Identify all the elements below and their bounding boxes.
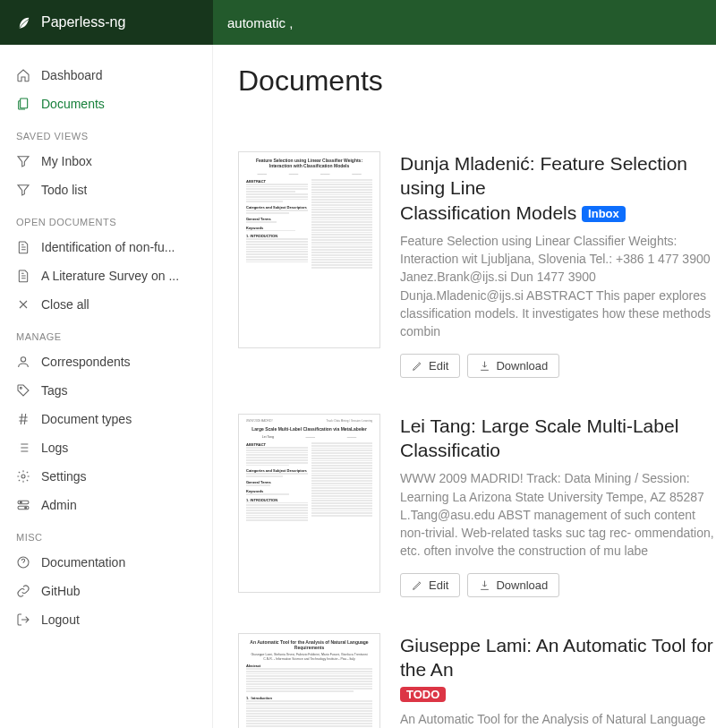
sidebar-item-label: Identification of non-fu... [41,240,175,254]
topbar: Paperless-ng [0,0,716,45]
document-snippet: Feature Selection using Linear Classifie… [400,232,716,341]
sidebar-item-label: Close all [41,297,90,312]
document-title[interactable]: Giuseppe Lami: An Automatic Tool for the… [400,633,716,682]
sidebar-item-tags[interactable]: Tags [0,376,212,405]
edit-button[interactable]: Edit [400,354,460,378]
file-text-icon [16,240,30,254]
sidebar-section-open-docs: OPEN DOCUMENTS [0,204,212,233]
sidebar-item-dashboard[interactable]: Dashboard [0,61,212,90]
document-row: WWW 2009 MADRID!Track: Data Mining / Ses… [238,414,716,597]
document-snippet: An Automatic Tool for the Analysis of Na… [400,710,716,728]
svg-point-6 [20,501,21,503]
download-icon [479,360,490,372]
pencil-icon [412,579,423,591]
sidebar-item-open-doc-2[interactable]: A Literature Survey on ... [0,261,212,290]
tag-icon [16,383,30,398]
sidebar-item-open-doc-1[interactable]: Identification of non-fu... [0,233,212,261]
file-text-icon [16,269,30,283]
edit-button[interactable]: Edit [400,573,460,597]
sidebar-section-saved-views: SAVED VIEWS [0,118,212,147]
document-row: An Automatic Tool for the Analysis of Na… [238,633,716,728]
sidebar-item-label: Logs [41,441,68,455]
sidebar-item-close-all[interactable]: Close all [0,290,212,319]
sidebar-item-my-inbox[interactable]: My Inbox [0,147,212,176]
tag-badge-todo[interactable]: TODO [400,687,446,702]
brand-text: Paperless-ng [41,14,125,30]
document-snippet: WWW 2009 MADRID! Track: Data Mining / Se… [400,469,716,560]
sidebar-item-label: Documents [41,97,105,111]
sidebar-item-label: Admin [41,498,77,512]
sidebar-item-github[interactable]: GitHub [0,577,212,605]
hash-icon [16,412,30,426]
sidebar-item-document-types[interactable]: Document types [0,405,212,433]
search-bar[interactable] [213,0,716,45]
sidebar-item-label: Settings [41,469,87,484]
document-title[interactable]: Lei Tang: Large Scale Multi-Label Classi… [400,414,716,463]
sidebar-item-documents[interactable]: Documents [0,90,212,118]
sidebar-item-label: Tags [41,383,68,398]
download-icon [479,579,490,591]
logout-icon [16,612,30,627]
svg-point-3 [21,475,25,478]
sidebar-item-label: Documentation [41,555,125,570]
home-icon [16,68,30,82]
sidebar-item-settings[interactable]: Settings [0,462,212,491]
page-title: Documents [238,64,716,98]
pencil-icon [412,360,423,372]
sidebar-item-admin[interactable]: Admin [0,491,212,519]
brand[interactable]: Paperless-ng [0,0,213,45]
document-thumbnail[interactable]: An Automatic Tool for the Analysis of Na… [238,633,380,728]
sidebar-item-todo-list[interactable]: Todo list [0,176,212,204]
sidebar-section-misc: MISC [0,519,212,548]
help-icon [16,555,30,570]
tag-badge-inbox[interactable]: Inbox [582,206,626,223]
sidebar-item-label: Logout [41,612,80,627]
sidebar-item-label: My Inbox [41,154,92,168]
sidebar-item-correspondents[interactable]: Correspondents [0,347,212,376]
close-icon [16,297,30,312]
sidebar-item-label: A Literature Survey on ... [41,269,179,283]
sidebar-item-label: GitHub [41,584,81,598]
funnel-icon [16,183,30,197]
list-icon [16,441,30,455]
sidebar-item-label: Correspondents [41,355,131,369]
svg-rect-4 [18,501,29,503]
link-icon [16,584,30,598]
sidebar-item-label: Dashboard [41,68,103,82]
svg-rect-0 [21,98,28,108]
svg-point-1 [21,357,25,362]
document-thumbnail[interactable]: WWW 2009 MADRID!Track: Data Mining / Ses… [238,414,380,593]
document-thumbnail[interactable]: Feature Selection using Linear Classifie… [238,151,380,348]
svg-point-2 [20,387,21,389]
svg-point-7 [25,507,27,509]
sidebar-item-label: Todo list [41,183,87,197]
download-button[interactable]: Download [467,354,559,378]
sidebar: Dashboard Documents SAVED VIEWS My Inbox… [0,45,213,728]
documents-icon [16,97,30,111]
gear-icon [16,469,30,484]
sidebar-item-logout[interactable]: Logout [0,605,212,634]
svg-rect-5 [18,506,29,509]
document-title[interactable]: Dunja Mladenić: Feature Selection using … [400,151,716,225]
search-input[interactable] [227,15,702,30]
main-content: Documents Feature Selection using Linear… [213,45,716,728]
toggles-icon [16,498,30,512]
download-button[interactable]: Download [467,573,559,597]
sidebar-item-logs[interactable]: Logs [0,433,212,462]
sidebar-item-label: Document types [41,412,132,426]
person-icon [16,355,30,369]
leaf-icon [16,14,32,30]
funnel-icon [16,154,30,168]
sidebar-item-documentation[interactable]: Documentation [0,548,212,577]
document-row: Feature Selection using Linear Classifie… [238,151,716,378]
sidebar-section-manage: MANAGE [0,319,212,347]
